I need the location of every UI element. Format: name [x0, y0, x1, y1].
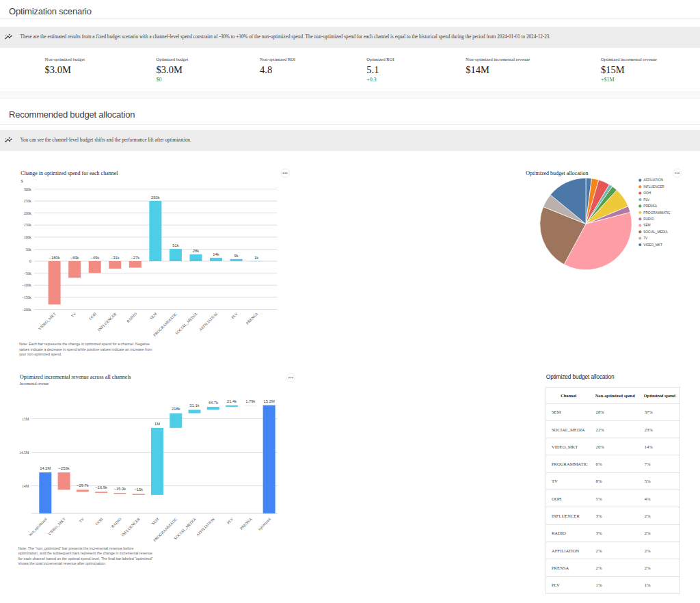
svg-text:PRENSA: PRENSA [239, 516, 254, 531]
svg-text:−49k: −49k [90, 256, 99, 260]
svg-text:15.2M: 15.2M [264, 399, 275, 403]
svg-text:VIDEO_MKT: VIDEO_MKT [643, 243, 662, 247]
svg-text:PROGRAMMATIC: PROGRAMMATIC [643, 211, 671, 215]
svg-text:−16.9k: −16.9k [95, 485, 107, 490]
svg-text:AFFILIATION: AFFILIATION [198, 311, 219, 332]
svg-text:1k: 1k [254, 256, 258, 260]
svg-text:PRENSA: PRENSA [643, 204, 658, 208]
svg-text:28k: 28k [193, 249, 199, 253]
svg-text:250k: 250k [151, 196, 160, 200]
svg-text:−200k: −200k [22, 308, 31, 312]
svg-text:−15k: −15k [134, 487, 143, 492]
svg-text:OOH: OOH [94, 516, 104, 526]
svg-text:150k: 150k [24, 223, 31, 227]
svg-text:PLV: PLV [230, 311, 239, 319]
svg-text:SEM: SEM [643, 224, 650, 227]
svg-text:PRENSA: PRENSA [245, 311, 259, 325]
svg-text:non_optimized: non_optimized [28, 517, 48, 537]
svg-text:AFFILIATION: AFFILIATION [643, 178, 663, 182]
svg-text:VIDEO_MKT: VIDEO_MKT [47, 517, 66, 536]
svg-text:21.4k: 21.4k [227, 399, 237, 403]
svg-text:200k: 200k [24, 211, 31, 215]
svg-text:Change in optimized spend for: Change in optimized spend for each chann… [21, 170, 118, 176]
svg-text:SEM: SEM [149, 312, 158, 321]
svg-text:44.7k: 44.7k [208, 401, 218, 405]
svg-text:SEM: SEM [151, 517, 160, 526]
svg-text:PLV: PLV [643, 198, 650, 202]
svg-text:−50k: −50k [23, 271, 31, 276]
svg-text:14M: 14M [22, 484, 29, 488]
svg-text:Optimized budget allocation: Optimized budget allocation [526, 170, 588, 176]
svg-text:SOCIAL_MEDIA: SOCIAL_MEDIA [174, 311, 198, 335]
svg-text:14.5M: 14.5M [19, 451, 29, 455]
svg-text:INFLUENCER: INFLUENCER [120, 517, 141, 537]
svg-text:250k: 250k [24, 199, 31, 203]
svg-text:TV: TV [643, 237, 648, 240]
svg-text:RADIO: RADIO [643, 217, 654, 221]
svg-text:1.79k: 1.79k [245, 399, 255, 403]
svg-text:−180k: −180k [49, 256, 60, 260]
svg-text:50k: 50k [26, 247, 32, 252]
svg-text:OOH: OOH [643, 191, 651, 195]
svg-text:14.2M: 14.2M [40, 466, 51, 470]
svg-text:−259k: −259k [59, 466, 70, 470]
svg-text:−150k: −150k [22, 295, 31, 299]
svg-text:51k: 51k [172, 243, 178, 247]
svg-text:Incremental revenue: Incremental revenue [20, 381, 49, 386]
svg-text:14k: 14k [213, 252, 219, 256]
svg-text:PLV: PLV [226, 516, 234, 524]
svg-text:−69k: −69k [70, 256, 79, 260]
svg-text:218k: 218k [172, 407, 180, 411]
svg-text:−29.7k: −29.7k [77, 483, 89, 487]
svg-text:AFFILIATION: AFFILIATION [196, 516, 216, 537]
svg-text:VIDEO_MKT: VIDEO_MKT [38, 312, 57, 331]
svg-text:optimized: optimized [257, 517, 271, 531]
svg-text:−31k: −31k [111, 256, 120, 260]
svg-text:0: 0 [29, 259, 31, 263]
svg-text:100k: 100k [24, 235, 31, 239]
svg-text:TV: TV [78, 516, 85, 523]
svg-text:SOCIAL_MEDIA: SOCIAL_MEDIA [643, 230, 668, 234]
svg-text:15M: 15M [22, 417, 29, 421]
svg-text:−100k: −100k [22, 283, 31, 287]
svg-text:INFLUENCER: INFLUENCER [97, 312, 118, 332]
svg-text:RADIO: RADIO [111, 517, 122, 528]
svg-text:$: $ [21, 178, 23, 183]
svg-text:Optimized incremental revenue: Optimized incremental revenue across all… [20, 374, 131, 380]
svg-text:−15.3k: −15.3k [114, 487, 126, 491]
svg-text:300k: 300k [24, 187, 31, 191]
svg-text:1M: 1M [154, 422, 160, 426]
svg-text:9k: 9k [234, 254, 238, 258]
svg-text:RADIO: RADIO [126, 312, 137, 323]
svg-text:51.1k: 51.1k [189, 403, 199, 407]
svg-text:INFLUENCER: INFLUENCER [643, 185, 664, 189]
svg-text:−27k: −27k [131, 256, 139, 260]
svg-text:TV: TV [70, 311, 77, 318]
svg-text:OOH: OOH [88, 311, 98, 321]
